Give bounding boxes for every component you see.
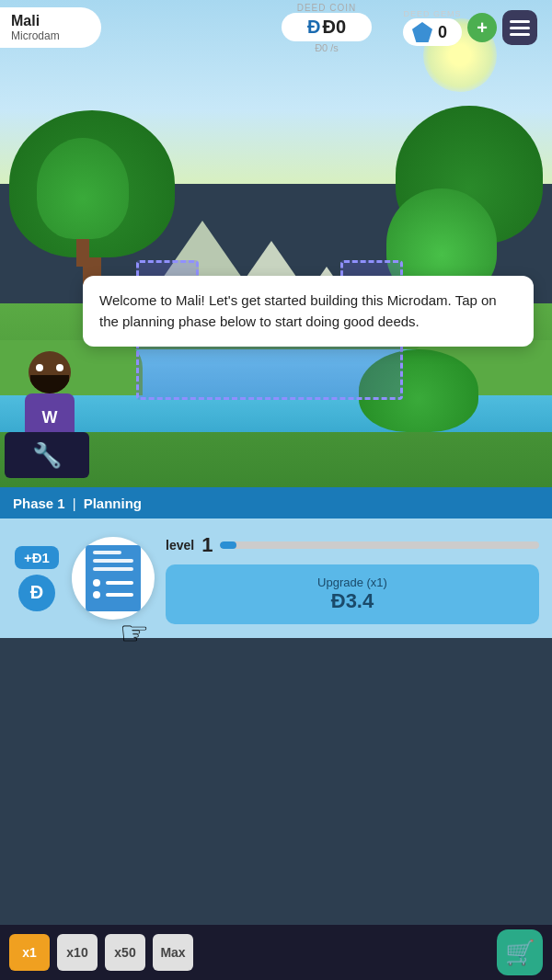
deed-coin-label: DEED COIN (297, 3, 357, 13)
top-right-area: DEED GEMS 0 + (403, 9, 545, 46)
phase-bar[interactable]: Phase 1 | Planning (0, 487, 552, 518)
wrench-box: 🔧 (5, 432, 89, 478)
dialog-box: Welcome to Mali! Let's get started build… (83, 276, 534, 347)
bp-line-2 (93, 559, 133, 563)
multiplier-x10[interactable]: x10 (57, 934, 98, 971)
deed-coin-value: Ð0 (322, 17, 346, 38)
upgrade-button-price: Ð3.4 (180, 589, 524, 613)
gems-section: DEED GEMS 0 (403, 9, 462, 46)
gem-icon (412, 22, 432, 42)
dark-area (0, 638, 552, 925)
phase-name: Planning (84, 496, 142, 511)
character: W (13, 351, 86, 441)
menu-line-2 (510, 27, 530, 29)
location-sublocation: Microdam (11, 29, 85, 42)
location-name: Mali (11, 13, 85, 29)
menu-button[interactable] (502, 10, 537, 45)
phase-label: Phase 1 (13, 496, 65, 511)
gems-box: 0 (403, 18, 462, 46)
upgrade-button[interactable]: Upgrade (x1) Ð3.4 (166, 564, 539, 624)
coin-earn-symbol: Ð (18, 575, 55, 611)
deed-coin-rate: Ð0 /s (315, 42, 339, 53)
blueprint-inner (86, 545, 141, 611)
level-number: 1 (201, 533, 213, 557)
cart-icon: 🛒 (505, 939, 535, 967)
bottom-bar: x1 x10 x50 Max 🛒 (0, 925, 552, 980)
blueprint-icon (72, 537, 155, 620)
multiplier-x50[interactable]: x50 (105, 934, 145, 971)
add-gems-button[interactable]: + (467, 13, 497, 42)
bp-dot-2 (93, 591, 100, 598)
multiplier-max[interactable]: Max (153, 934, 193, 971)
bp-dot-1 (93, 579, 100, 587)
bp-line-5 (106, 593, 133, 597)
cart-button[interactable]: 🛒 (497, 929, 543, 975)
coin-earn-value: +Ð1 (15, 546, 59, 569)
upgrade-button-label: Upgrade (x1) (180, 575, 524, 589)
phase-separator: | (73, 496, 76, 511)
bp-line-4 (106, 581, 133, 585)
dialog-text: Welcome to Mali! Let's get started build… (99, 292, 497, 329)
bp-line-3 (93, 567, 133, 571)
level-bar (220, 541, 539, 549)
top-bar: Mali Microdam DEED COIN Ð Ð0 Ð0 /s DEED … (0, 0, 552, 55)
game-scene: Welcome to Mali! Let's get started build… (0, 0, 552, 487)
bp-line-1 (93, 551, 121, 554)
menu-line-3 (510, 33, 530, 36)
level-bar-fill (220, 541, 236, 549)
upgrade-info: level 1 Upgrade (x1) Ð3.4 (166, 533, 539, 624)
gems-value: 0 (438, 23, 447, 42)
level-label: level (166, 538, 194, 553)
menu-line-1 (510, 20, 530, 23)
location-badge: Mali Microdam (0, 7, 101, 48)
gems-label: DEED GEMS (403, 9, 461, 18)
multiplier-x1[interactable]: x1 (9, 934, 50, 971)
coin-earn-box: +Ð1 Ð (13, 546, 61, 611)
tree-left-2 (37, 138, 129, 267)
upgrade-panel[interactable]: +Ð1 Ð level 1 (0, 518, 552, 638)
level-row: level 1 (166, 533, 539, 557)
deed-coin-box: Ð Ð0 (282, 13, 372, 41)
